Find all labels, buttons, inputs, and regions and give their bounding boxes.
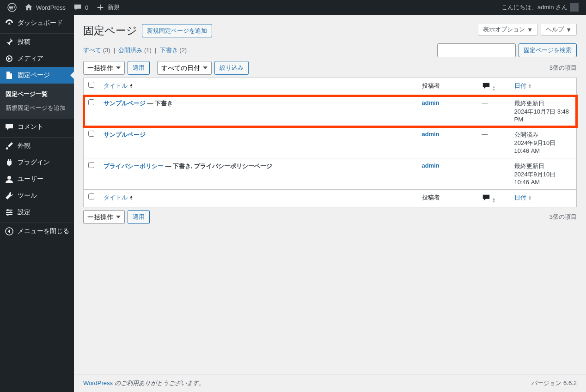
row-author-link[interactable]: admin: [422, 131, 440, 138]
chevron-down-icon: ▼: [527, 26, 533, 33]
bulk-action-select-top[interactable]: 一括操作: [83, 61, 125, 75]
site-name-text: WordPress: [36, 4, 66, 11]
col-date-foot[interactable]: 日付▲▼: [510, 190, 577, 207]
add-new-button[interactable]: 新規固定ページを追加: [142, 24, 212, 38]
bulk-action-select-bottom[interactable]: 一括操作: [83, 210, 125, 224]
help-button[interactable]: ヘルプ ▼: [541, 24, 577, 36]
comments-link[interactable]: 0: [69, 0, 92, 15]
admin-sidebar: ダッシュボード 投稿 メディア 固定ページ 固定ページ一覧 新規固定ページを追加…: [0, 15, 74, 369]
row-date-status: 公開済み: [514, 131, 572, 139]
admin-toolbar: WordPress 0 新規 こんにちは、admin さん: [0, 0, 586, 15]
new-content-link[interactable]: 新規: [92, 0, 123, 15]
apply-button-top[interactable]: 適用: [128, 61, 150, 75]
sort-icon: ▲▼: [528, 84, 532, 89]
menu-collapse[interactable]: メニューを閉じる: [0, 223, 74, 240]
select-all-bottom[interactable]: [88, 193, 94, 199]
svg-point-6: [7, 209, 9, 211]
screen-options-button[interactable]: 表示オプション ▼: [478, 24, 538, 36]
greeting-text: こんにちは、admin さん: [501, 3, 568, 12]
col-title[interactable]: タイトル▲▼: [99, 78, 417, 96]
collapse-icon: [5, 227, 14, 236]
filter-draft[interactable]: 下書き: [160, 47, 178, 54]
avatar-icon: [570, 3, 579, 12]
brush-icon: [5, 141, 14, 151]
col-date[interactable]: 日付▲▼: [510, 78, 577, 96]
menu-pages[interactable]: 固定ページ: [0, 67, 74, 84]
row-comments: —: [482, 99, 488, 106]
submenu-pages: 固定ページ一覧 新規固定ページを追加: [0, 84, 74, 119]
row-date: 2024年10月7日 3:48 PM: [514, 108, 572, 123]
select-all-top[interactable]: [88, 82, 94, 88]
media-icon: [5, 54, 14, 63]
wp-logo[interactable]: [4, 0, 20, 15]
col-title-foot[interactable]: タイトル▲▼: [99, 190, 417, 207]
plus-icon: [96, 3, 105, 12]
search-button[interactable]: 固定ページを検索: [519, 43, 577, 57]
row-state: — 下書き, プライバシーポリシーページ: [164, 163, 272, 169]
items-count-top: 3個の項目: [549, 64, 577, 72]
sort-icon: ▲▼: [492, 86, 496, 91]
filter-all[interactable]: すべて: [83, 47, 101, 54]
page-title: 固定ページ: [83, 24, 137, 38]
col-author-foot: 投稿者: [417, 190, 477, 207]
submenu-pages-add[interactable]: 新規固定ページを追加: [0, 101, 74, 115]
table-row: サンプルページ admin — 公開済み2024年9月10日 10:46 AM: [84, 127, 577, 158]
menu-media[interactable]: メディア: [0, 50, 74, 67]
menu-tools[interactable]: ツール: [0, 187, 74, 204]
page-icon: [5, 71, 14, 80]
home-icon: [24, 3, 33, 12]
row-comments: —: [482, 131, 488, 138]
main-content: 固定ページ 新規固定ページを追加 表示オプション ▼ ヘルプ ▼ すべて (3)…: [74, 15, 586, 369]
wrench-icon: [5, 191, 14, 200]
row-checkbox[interactable]: [88, 131, 94, 137]
sort-icon: ▲▼: [129, 195, 133, 201]
account-link[interactable]: こんにちは、admin さん: [498, 0, 582, 15]
filter-button[interactable]: 絞り込み: [214, 61, 249, 75]
svg-point-2: [7, 176, 11, 180]
menu-appearance[interactable]: 外観: [0, 138, 74, 154]
row-author-link[interactable]: admin: [422, 162, 440, 169]
settings-icon: [5, 208, 14, 217]
comment-icon: [73, 3, 82, 12]
row-title-link[interactable]: サンプルページ: [104, 131, 146, 138]
site-name-link[interactable]: WordPress: [20, 0, 69, 15]
row-title-link[interactable]: プライバシーポリシー: [104, 163, 164, 169]
comments-count: 0: [85, 4, 88, 11]
filter-published[interactable]: 公開済み: [118, 47, 142, 54]
menu-users[interactable]: ユーザー: [0, 171, 74, 187]
menu-posts[interactable]: 投稿: [0, 34, 74, 50]
row-state: — 下書き: [146, 100, 173, 107]
row-checkbox[interactable]: [88, 99, 94, 105]
row-author-link[interactable]: admin: [422, 99, 440, 106]
row-checkbox[interactable]: [88, 162, 94, 168]
row-date-status: 最終更新日: [514, 99, 572, 108]
dashboard-icon: [5, 18, 14, 28]
items-count-bottom: 3個の項目: [549, 213, 577, 221]
menu-dashboard[interactable]: ダッシュボード: [0, 15, 74, 31]
submenu-pages-list[interactable]: 固定ページ一覧: [0, 87, 74, 101]
user-icon: [5, 175, 14, 184]
comment-icon: [5, 122, 14, 132]
col-author: 投稿者: [417, 78, 477, 96]
comment-icon: [482, 193, 490, 203]
svg-point-7: [10, 211, 12, 213]
pin-icon: [5, 37, 14, 47]
date-filter-select[interactable]: すべての日付: [157, 61, 212, 75]
sort-icon: ▲▼: [492, 198, 496, 203]
plugin-icon: [5, 158, 14, 167]
menu-settings[interactable]: 設定: [0, 204, 74, 221]
row-title-link[interactable]: サンプルページ: [104, 100, 146, 107]
wordpress-icon: [7, 3, 17, 12]
menu-comments[interactable]: コメント: [0, 119, 74, 135]
search-input[interactable]: [437, 43, 516, 57]
pages-table: タイトル▲▼ 投稿者 ▲▼ 日付▲▼ サンプルページ — 下書き admin —…: [83, 78, 577, 207]
svg-point-8: [7, 214, 9, 216]
col-comments-foot[interactable]: ▲▼: [477, 190, 510, 207]
table-row: サンプルページ — 下書き admin — 最終更新日2024年10月7日 3:…: [84, 96, 577, 127]
sort-icon: ▲▼: [528, 195, 532, 201]
menu-plugins[interactable]: プラグイン: [0, 154, 74, 171]
table-row: プライバシーポリシー — 下書き, プライバシーポリシーページ admin — …: [84, 158, 577, 190]
col-comments[interactable]: ▲▼: [477, 78, 510, 96]
apply-button-bottom[interactable]: 適用: [128, 210, 150, 224]
row-comments: —: [482, 162, 488, 169]
